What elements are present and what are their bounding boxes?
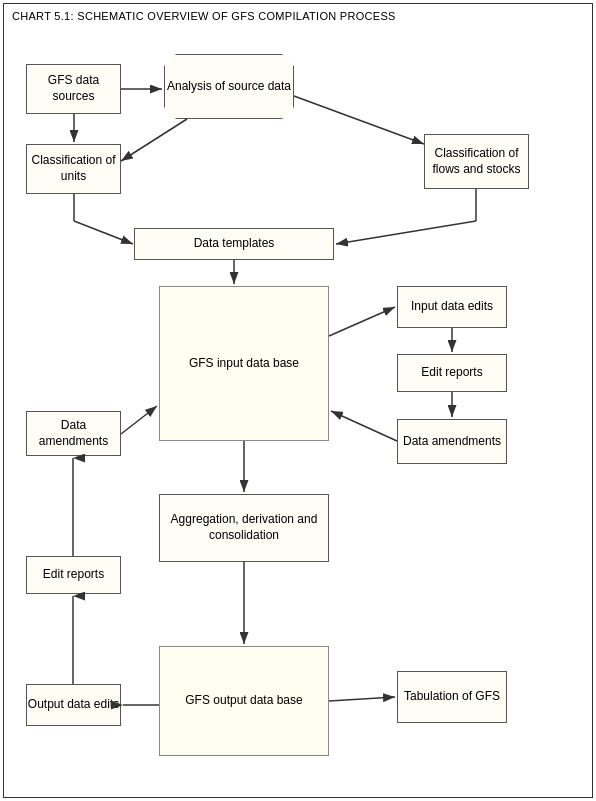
chart-container: CHART 5.1: SCHEMATIC OVERVIEW OF GFS COM… xyxy=(3,3,593,798)
svg-line-13 xyxy=(329,307,395,336)
svg-line-22 xyxy=(329,697,395,701)
chart-title: CHART 5.1: SCHEMATIC OVERVIEW OF GFS COM… xyxy=(4,4,592,26)
svg-line-11 xyxy=(121,119,187,161)
arrows-svg xyxy=(4,26,594,786)
svg-line-5 xyxy=(294,96,424,144)
svg-line-16 xyxy=(331,411,397,441)
diagram-area: GFS data sources Analysis of source data… xyxy=(4,26,592,786)
svg-line-17 xyxy=(121,406,157,434)
svg-line-9 xyxy=(74,221,133,244)
svg-line-7 xyxy=(336,221,476,244)
